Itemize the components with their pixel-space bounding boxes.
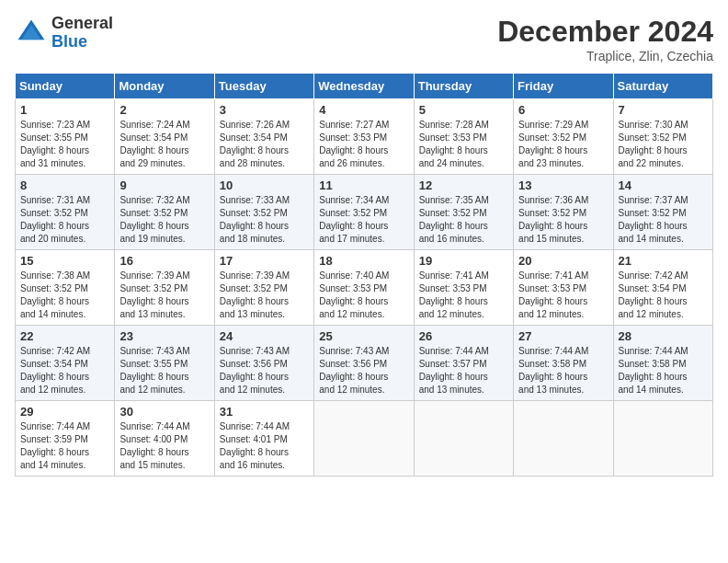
calendar-cell (514, 401, 613, 477)
day-number: 14 (619, 178, 708, 192)
day-number: 18 (319, 254, 408, 268)
calendar-week-2: 8Sunrise: 7:31 AM Sunset: 3:52 PM Daylig… (16, 175, 713, 250)
day-number: 26 (419, 329, 508, 343)
day-number: 21 (619, 254, 708, 268)
day-number: 24 (220, 329, 309, 343)
calendar-cell: 9Sunrise: 7:32 AM Sunset: 3:52 PM Daylig… (115, 175, 214, 250)
weekday-header-monday: Monday (115, 74, 214, 99)
calendar-cell (613, 401, 712, 477)
logo-general-text: General (51, 15, 113, 33)
calendar-cell: 29Sunrise: 7:44 AM Sunset: 3:59 PM Dayli… (16, 401, 115, 477)
day-info: Sunrise: 7:29 AM Sunset: 3:52 PM Dayligh… (518, 119, 608, 170)
day-number: 13 (518, 178, 608, 192)
calendar-cell: 17Sunrise: 7:39 AM Sunset: 3:52 PM Dayli… (214, 250, 313, 326)
weekday-header-thursday: Thursday (414, 74, 513, 99)
day-number: 19 (419, 254, 508, 268)
calendar-cell: 6Sunrise: 7:29 AM Sunset: 3:52 PM Daylig… (514, 99, 613, 175)
weekday-header-saturday: Saturday (613, 74, 712, 99)
weekday-header-tuesday: Tuesday (214, 74, 313, 99)
calendar-cell: 2Sunrise: 7:24 AM Sunset: 3:54 PM Daylig… (115, 99, 214, 175)
calendar-cell: 25Sunrise: 7:43 AM Sunset: 3:56 PM Dayli… (314, 326, 414, 401)
day-number: 31 (220, 405, 309, 419)
day-number: 25 (319, 329, 408, 343)
calendar-cell: 19Sunrise: 7:41 AM Sunset: 3:53 PM Dayli… (414, 250, 513, 326)
calendar-cell: 13Sunrise: 7:36 AM Sunset: 3:52 PM Dayli… (514, 175, 613, 250)
day-info: Sunrise: 7:23 AM Sunset: 3:55 PM Dayligh… (20, 119, 109, 170)
calendar-cell (314, 401, 414, 477)
calendar-week-5: 29Sunrise: 7:44 AM Sunset: 3:59 PM Dayli… (16, 401, 713, 477)
calendar-cell: 7Sunrise: 7:30 AM Sunset: 3:52 PM Daylig… (613, 99, 712, 175)
day-number: 11 (319, 178, 408, 192)
day-info: Sunrise: 7:34 AM Sunset: 3:52 PM Dayligh… (319, 194, 408, 246)
weekday-header-friday: Friday (514, 74, 613, 99)
calendar-cell: 20Sunrise: 7:41 AM Sunset: 3:53 PM Dayli… (514, 250, 613, 326)
day-number: 23 (119, 329, 209, 343)
calendar-cell: 22Sunrise: 7:42 AM Sunset: 3:54 PM Dayli… (16, 326, 115, 401)
day-info: Sunrise: 7:35 AM Sunset: 3:52 PM Dayligh… (419, 194, 508, 246)
day-info: Sunrise: 7:44 AM Sunset: 4:01 PM Dayligh… (220, 420, 309, 472)
weekday-header-wednesday: Wednesday (314, 74, 414, 99)
day-info: Sunrise: 7:37 AM Sunset: 3:52 PM Dayligh… (619, 194, 708, 246)
day-info: Sunrise: 7:44 AM Sunset: 3:59 PM Dayligh… (20, 420, 109, 472)
logo-icon (15, 17, 48, 50)
calendar-cell: 4Sunrise: 7:27 AM Sunset: 3:53 PM Daylig… (314, 99, 414, 175)
calendar-week-4: 22Sunrise: 7:42 AM Sunset: 3:54 PM Dayli… (16, 326, 713, 401)
day-number: 6 (518, 103, 608, 117)
calendar-cell: 1Sunrise: 7:23 AM Sunset: 3:55 PM Daylig… (16, 99, 115, 175)
day-info: Sunrise: 7:27 AM Sunset: 3:53 PM Dayligh… (319, 119, 408, 170)
day-number: 3 (220, 103, 309, 117)
calendar-cell: 27Sunrise: 7:44 AM Sunset: 3:58 PM Dayli… (514, 326, 613, 401)
day-info: Sunrise: 7:36 AM Sunset: 3:52 PM Dayligh… (518, 194, 608, 246)
weekday-header-row: SundayMondayTuesdayWednesdayThursdayFrid… (16, 74, 713, 99)
calendar-cell: 10Sunrise: 7:33 AM Sunset: 3:52 PM Dayli… (214, 175, 313, 250)
day-info: Sunrise: 7:43 AM Sunset: 3:55 PM Dayligh… (119, 345, 209, 396)
calendar-cell: 26Sunrise: 7:44 AM Sunset: 3:57 PM Dayli… (414, 326, 513, 401)
day-number: 30 (119, 405, 209, 419)
calendar-cell: 24Sunrise: 7:43 AM Sunset: 3:56 PM Dayli… (214, 326, 313, 401)
day-info: Sunrise: 7:42 AM Sunset: 3:54 PM Dayligh… (20, 345, 109, 396)
day-number: 22 (20, 329, 109, 343)
day-info: Sunrise: 7:44 AM Sunset: 4:00 PM Dayligh… (119, 420, 209, 472)
day-number: 7 (619, 103, 708, 117)
calendar-cell: 8Sunrise: 7:31 AM Sunset: 3:52 PM Daylig… (16, 175, 115, 250)
day-number: 5 (419, 103, 508, 117)
day-number: 29 (20, 405, 109, 419)
day-info: Sunrise: 7:40 AM Sunset: 3:53 PM Dayligh… (319, 270, 408, 321)
day-info: Sunrise: 7:33 AM Sunset: 3:52 PM Dayligh… (220, 194, 309, 246)
month-title: December 2024 (497, 15, 713, 49)
day-info: Sunrise: 7:41 AM Sunset: 3:53 PM Dayligh… (419, 270, 508, 321)
day-info: Sunrise: 7:30 AM Sunset: 3:52 PM Dayligh… (619, 119, 708, 170)
day-number: 28 (619, 329, 708, 343)
day-number: 4 (319, 103, 408, 117)
page-header: General Blue December 2024 Traplice, Zli… (15, 15, 713, 63)
calendar-week-3: 15Sunrise: 7:38 AM Sunset: 3:52 PM Dayli… (16, 250, 713, 326)
calendar-cell: 30Sunrise: 7:44 AM Sunset: 4:00 PM Dayli… (115, 401, 214, 477)
day-info: Sunrise: 7:43 AM Sunset: 3:56 PM Dayligh… (319, 345, 408, 396)
title-block: December 2024 Traplice, Zlin, Czechia (497, 15, 713, 63)
calendar-cell: 31Sunrise: 7:44 AM Sunset: 4:01 PM Dayli… (214, 401, 313, 477)
day-info: Sunrise: 7:42 AM Sunset: 3:54 PM Dayligh… (619, 270, 708, 321)
day-number: 1 (20, 103, 109, 117)
calendar-cell: 5Sunrise: 7:28 AM Sunset: 3:53 PM Daylig… (414, 99, 513, 175)
calendar-cell: 18Sunrise: 7:40 AM Sunset: 3:53 PM Dayli… (314, 250, 414, 326)
day-info: Sunrise: 7:38 AM Sunset: 3:52 PM Dayligh… (20, 270, 109, 321)
calendar-cell: 3Sunrise: 7:26 AM Sunset: 3:54 PM Daylig… (214, 99, 313, 175)
calendar-cell: 14Sunrise: 7:37 AM Sunset: 3:52 PM Dayli… (613, 175, 712, 250)
day-info: Sunrise: 7:44 AM Sunset: 3:57 PM Dayligh… (419, 345, 508, 396)
day-info: Sunrise: 7:44 AM Sunset: 3:58 PM Dayligh… (619, 345, 708, 396)
day-number: 20 (518, 254, 608, 268)
day-number: 27 (518, 329, 608, 343)
calendar-cell: 16Sunrise: 7:39 AM Sunset: 3:52 PM Dayli… (115, 250, 214, 326)
logo: General Blue (15, 15, 113, 52)
day-info: Sunrise: 7:39 AM Sunset: 3:52 PM Dayligh… (119, 270, 209, 321)
day-info: Sunrise: 7:32 AM Sunset: 3:52 PM Dayligh… (119, 194, 209, 246)
day-info: Sunrise: 7:43 AM Sunset: 3:56 PM Dayligh… (220, 345, 309, 396)
day-number: 15 (20, 254, 109, 268)
day-info: Sunrise: 7:31 AM Sunset: 3:52 PM Dayligh… (20, 194, 109, 246)
calendar-cell: 23Sunrise: 7:43 AM Sunset: 3:55 PM Dayli… (115, 326, 214, 401)
day-info: Sunrise: 7:41 AM Sunset: 3:53 PM Dayligh… (518, 270, 608, 321)
location-text: Traplice, Zlin, Czechia (497, 49, 713, 63)
day-number: 9 (119, 178, 209, 192)
day-number: 10 (220, 178, 309, 192)
calendar-body: 1Sunrise: 7:23 AM Sunset: 3:55 PM Daylig… (16, 99, 713, 477)
